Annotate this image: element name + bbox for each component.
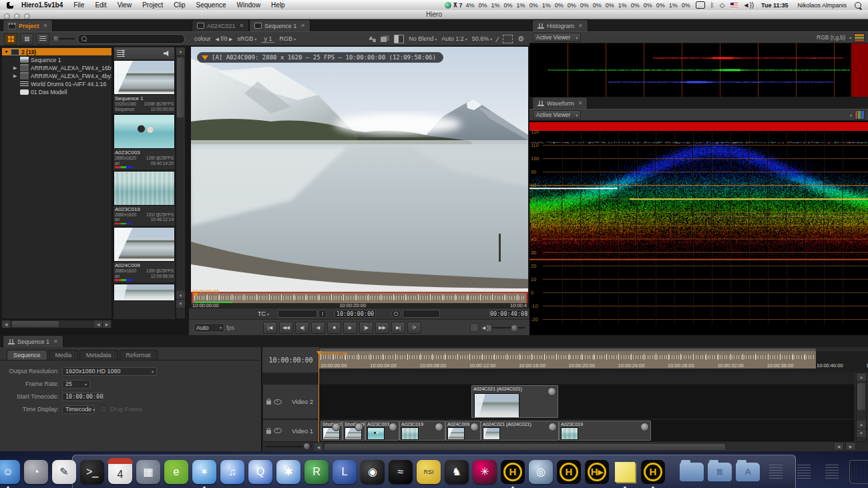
dock-folder-documents-icon[interactable] bbox=[679, 458, 704, 486]
tab-metadata[interactable]: Metadata bbox=[79, 350, 118, 360]
dock-davinci-resolve-icon[interactable]: ✳ bbox=[472, 458, 497, 486]
step-forward-button[interactable]: |▶ bbox=[359, 322, 373, 334]
track-video1-content[interactable]: Shot0010Shot0009A023C003A023C019A024C009… bbox=[319, 419, 855, 442]
timeline-clip[interactable]: Shot0009 bbox=[343, 421, 365, 441]
scroll-left-icon[interactable]: ◀ bbox=[314, 443, 323, 451]
thumbnail-size-slider[interactable] bbox=[52, 35, 75, 43]
go-to-start-button[interactable]: |◀ bbox=[263, 322, 277, 334]
viewer-timeline-ruler[interactable]: 10:00:00:00 10:00:00:00 10:00:20:00 10:0… bbox=[191, 293, 528, 308]
next-edit-button[interactable]: ▶▶ bbox=[375, 322, 389, 334]
timeline-current-time[interactable]: 10:00:00:00 bbox=[262, 347, 320, 373]
dock-activity-monitor-icon[interactable]: ≈ bbox=[388, 458, 413, 486]
tab-sequence-1[interactable]: Sequence 1✕ bbox=[249, 19, 310, 31]
dock-hiero-icon[interactable]: H bbox=[500, 458, 525, 486]
volume-icon[interactable]: ◄)) bbox=[741, 1, 756, 9]
scroll-left-icon[interactable]: ◀ bbox=[833, 442, 844, 451]
menu-clip[interactable]: Clip bbox=[168, 1, 190, 9]
timeline-clip[interactable]: A023C003 bbox=[365, 421, 399, 441]
eye-icon[interactable] bbox=[274, 428, 282, 433]
soft-effect-icon[interactable] bbox=[355, 423, 363, 431]
dock-document-stack-1-icon[interactable] bbox=[763, 458, 789, 486]
dock-document-stack-2-icon[interactable] bbox=[791, 458, 817, 486]
timeline-clip[interactable]: A023C019 bbox=[399, 421, 445, 441]
detail-view-button[interactable] bbox=[20, 33, 33, 45]
soft-effect-icon[interactable] bbox=[389, 423, 397, 431]
track-video2-content[interactable]: A024C021 (A024C021) bbox=[319, 384, 855, 419]
scrollbar-thumb[interactable]: ⁙⁙⁙ bbox=[324, 444, 725, 450]
gear-icon[interactable]: ⚙ bbox=[517, 35, 524, 43]
overlay-arrow-icon[interactable] bbox=[202, 55, 208, 60]
tree-item[interactable]: ▶ARRIRAW_ALEXA_FW4.x_4by3 bbox=[2, 72, 112, 79]
spotlight-diamond-icon[interactable]: ◇ bbox=[718, 1, 727, 9]
dock-quicktime-icon[interactable]: Q bbox=[248, 458, 273, 486]
tab-project[interactable]: Project ✕ bbox=[3, 19, 53, 31]
tree-item[interactable]: ▼2 (19) bbox=[2, 48, 112, 55]
go-to-end-button[interactable]: ▶| bbox=[391, 322, 405, 334]
tab-media[interactable]: Media bbox=[49, 350, 79, 360]
bin-item[interactable]: A024C0092880x1620126f @25FPSari12:09:58:… bbox=[114, 227, 175, 284]
dock-calendar-icon[interactable]: 4 bbox=[107, 458, 133, 486]
dock-hiero-beta-icon[interactable]: H bbox=[556, 458, 582, 486]
bin-vertical-scrollbar[interactable]: ▲ ⁙ ▲ ▼ bbox=[176, 47, 186, 319]
menu-clock[interactable]: Tue 11:35 bbox=[757, 2, 792, 9]
lock-icon[interactable] bbox=[266, 430, 271, 434]
dock-openoffice-icon[interactable]: ✱ bbox=[276, 458, 301, 486]
scroll-right-icon[interactable]: ▶ bbox=[845, 442, 856, 451]
close-icon[interactable]: ✕ bbox=[240, 23, 244, 29]
soft-effect-icon[interactable] bbox=[640, 423, 649, 431]
volume-slider[interactable] bbox=[493, 324, 525, 332]
sample-icon[interactable]: ∕ bbox=[497, 35, 498, 43]
scrollbar-thumb[interactable]: ⁙ bbox=[177, 57, 184, 117]
display-channels-select[interactable]: RGB▾ bbox=[279, 35, 296, 42]
tab-sequence[interactable]: Sequence bbox=[7, 350, 47, 360]
status-globe-icon[interactable] bbox=[445, 2, 451, 9]
histogram-mode-label[interactable]: RGB (r,g,b) bbox=[817, 34, 845, 41]
menu-sequence[interactable]: Sequence bbox=[190, 1, 231, 9]
scroll-left-icon[interactable]: ◀ bbox=[2, 320, 11, 328]
bin-item[interactable]: A023C0032880x1620126f @25FPSari09:40:14:… bbox=[114, 114, 175, 171]
scrollbar-thumb[interactable]: ⁙ bbox=[857, 383, 865, 410]
thumbnail-view-button[interactable] bbox=[4, 33, 17, 45]
in-point-field[interactable] bbox=[278, 310, 317, 318]
timeline-horizontal-scrollbar[interactable]: ◀ ⁙⁙⁙ bbox=[262, 442, 855, 451]
close-icon[interactable]: ✕ bbox=[43, 23, 48, 29]
spotlight-search-icon[interactable] bbox=[855, 2, 861, 9]
dock-trash-icon[interactable] bbox=[847, 458, 868, 486]
speaker-icon[interactable]: ◄)) bbox=[481, 324, 491, 331]
scroll-up-icon-2[interactable]: ▲ bbox=[857, 421, 866, 429]
tc-mode-select[interactable]: TC▾ bbox=[258, 310, 269, 317]
display-icon[interactable] bbox=[696, 1, 705, 9]
zoom-level-select[interactable]: 50.6%▾ bbox=[472, 35, 493, 42]
dock-safari-icon[interactable]: ✶ bbox=[192, 458, 217, 486]
tab-reformat[interactable]: Reformat bbox=[120, 350, 158, 360]
close-icon[interactable]: ✕ bbox=[578, 23, 583, 29]
timeline-clip[interactable]: A024C009 bbox=[445, 421, 481, 441]
menu-project[interactable]: Project bbox=[137, 1, 168, 9]
search-input[interactable] bbox=[89, 35, 181, 43]
expander-icon[interactable]: ▶ bbox=[13, 73, 20, 79]
tree-item[interactable]: 01 Das Modell bbox=[2, 88, 112, 95]
start-timecode-field[interactable]: 10:00:00:00 bbox=[62, 393, 103, 401]
duration-field[interactable]: 00:00:40:08 bbox=[489, 310, 527, 318]
tab-waveform[interactable]: Waveform ✕ bbox=[532, 97, 588, 109]
scroll-down-icon[interactable]: ▼ bbox=[176, 300, 185, 308]
play-reverse-button[interactable]: ◀ bbox=[311, 322, 325, 334]
close-icon[interactable]: ✕ bbox=[578, 100, 583, 106]
rgb-parade-icon[interactable] bbox=[855, 110, 865, 119]
tab-histogram[interactable]: Histogram ✕ bbox=[532, 19, 588, 31]
tree-item[interactable]: World Drums 01-AIFF 44.1:16 bbox=[2, 80, 112, 87]
clip-thumbnail[interactable] bbox=[114, 284, 175, 301]
frame-rate-select[interactable]: 25▾ bbox=[62, 380, 90, 389]
expander-icon[interactable]: ▶ bbox=[13, 65, 20, 71]
timeline-ruler[interactable]: 10:00:00:00 10:00:00:0010:00:04:0010:00:… bbox=[319, 351, 868, 373]
eye-icon[interactable] bbox=[274, 399, 282, 405]
dock-app-l-icon[interactable]: L bbox=[332, 458, 357, 486]
step-back-button[interactable]: ◀| bbox=[295, 322, 309, 334]
dock-rsi-icon[interactable]: RSI bbox=[416, 458, 441, 486]
stop-button[interactable]: ■ bbox=[327, 322, 341, 334]
soft-effect-icon[interactable] bbox=[548, 387, 556, 396]
channel-stack-icon[interactable] bbox=[854, 33, 865, 42]
menu-edit[interactable]: Edit bbox=[89, 1, 112, 9]
dock-color-viewer-icon[interactable]: ◎ bbox=[528, 458, 554, 486]
audio-scrub-checkbox[interactable] bbox=[470, 323, 479, 332]
